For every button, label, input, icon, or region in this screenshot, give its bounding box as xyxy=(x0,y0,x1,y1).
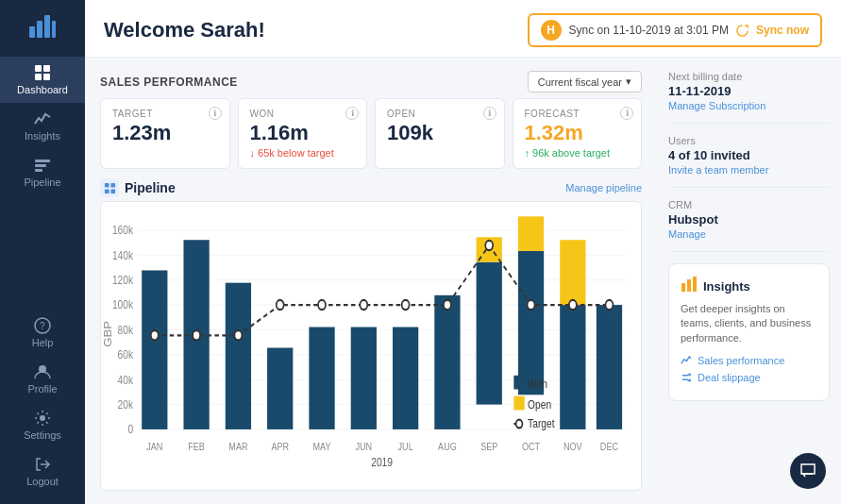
bar-dec-won xyxy=(597,305,622,429)
header: Welcome Sarah! H Sync on 11-10-2019 at 3… xyxy=(85,0,841,58)
insights-bar-icon xyxy=(681,276,698,296)
bar-may-won xyxy=(309,328,334,429)
bar-apr-won xyxy=(267,348,293,429)
svg-point-14 xyxy=(40,415,45,421)
legend-won-swatch xyxy=(513,376,524,390)
shuffle-icon xyxy=(681,372,692,383)
svg-text:0: 0 xyxy=(127,422,133,436)
target-dot xyxy=(277,300,284,310)
legend-won-label: Won xyxy=(528,377,547,391)
svg-text:GBP: GBP xyxy=(103,321,113,347)
crm-block: CRM Hubspot Manage xyxy=(668,199,830,240)
bar-jul-won xyxy=(393,328,418,429)
svg-text:?: ? xyxy=(40,321,45,331)
sales-performance-section: SALES PERFORMANCE Current fiscal year ▾ … xyxy=(100,71,642,169)
sidebar-item-dashboard[interactable]: Dashboard xyxy=(0,57,85,103)
svg-rect-2 xyxy=(44,15,50,38)
main-content: Welcome Sarah! H Sync on 11-10-2019 at 3… xyxy=(85,0,841,504)
sidebar-item-insights[interactable]: Insights xyxy=(0,103,85,149)
bar-oct-open xyxy=(518,216,544,251)
svg-rect-4 xyxy=(35,65,42,72)
refresh-icon xyxy=(736,25,748,37)
target-dot xyxy=(569,300,577,310)
legend-target-label: Target xyxy=(528,416,555,430)
pipeline-icon xyxy=(100,178,119,197)
info-icon[interactable]: ℹ xyxy=(209,107,222,120)
sidebar-bottom: ? Help Profile Settings Logout xyxy=(0,310,85,504)
svg-rect-5 xyxy=(43,65,50,72)
pipeline-header: Pipeline Manage pipeline xyxy=(100,178,642,197)
invite-team-member-link[interactable]: Invite a team member xyxy=(668,164,830,176)
app-logo xyxy=(24,9,61,43)
info-icon-won[interactable]: ℹ xyxy=(345,107,359,120)
metric-card-won: ℹ WON 1.16m ↓ 65k below target xyxy=(238,98,368,169)
svg-text:JAN: JAN xyxy=(146,441,162,452)
sidebar-item-logout[interactable]: Logout xyxy=(0,448,85,495)
bar-mar-won xyxy=(226,283,251,429)
target-dot xyxy=(360,300,367,310)
sync-text: Sync on 11-10-2019 at 3:01 PM xyxy=(569,24,729,37)
bar-jun-won xyxy=(351,328,377,429)
target-dot xyxy=(605,300,613,310)
metric-card-open: ℹ OPEN 109k xyxy=(375,98,505,169)
content-area: SALES PERFORMANCE Current fiscal year ▾ … xyxy=(85,58,841,504)
crm-manage-link[interactable]: Manage xyxy=(668,228,830,240)
svg-rect-0 xyxy=(29,26,35,38)
target-dot xyxy=(444,300,451,310)
svg-text:OCT: OCT xyxy=(522,441,541,452)
sync-now-button[interactable]: Sync now xyxy=(756,24,809,37)
metric-card-forecast: ℹ FORECAST 1.32m ↑ 96k above target xyxy=(513,98,643,169)
target-dot xyxy=(234,330,242,340)
svg-rect-15 xyxy=(104,182,109,187)
svg-text:FEB: FEB xyxy=(188,441,205,452)
sidebar-item-help[interactable]: ? Help xyxy=(0,310,85,356)
svg-text:100k: 100k xyxy=(112,297,133,311)
bar-jan-won xyxy=(142,270,167,428)
svg-rect-10 xyxy=(35,169,42,172)
sales-section-title: SALES PERFORMANCE xyxy=(100,76,238,89)
pipeline-section: Pipeline Manage pipeline 160k 140k 120k … xyxy=(100,178,642,491)
manage-pipeline-link[interactable]: Manage pipeline xyxy=(565,182,642,193)
target-dot xyxy=(193,330,200,340)
insights-sales-performance-link[interactable]: Sales performance xyxy=(681,355,817,366)
insights-card-header: Insights xyxy=(681,276,817,296)
svg-rect-1 xyxy=(37,21,42,38)
svg-text:120k: 120k xyxy=(112,273,133,287)
svg-text:JUL: JUL xyxy=(398,441,413,452)
legend-open-label: Open xyxy=(528,397,551,412)
bar-oct-won xyxy=(518,251,544,395)
bar-sep-won xyxy=(477,262,502,405)
svg-text:NOV: NOV xyxy=(563,441,582,452)
pipeline-title: Pipeline xyxy=(100,178,176,197)
pipeline-chart: 160k 140k 120k 100k 80k 60k 40k 20k 0 GB… xyxy=(100,201,642,491)
metric-cards: ℹ TARGET 1.23m ℹ WON 1.16m ↓ 65k below t… xyxy=(100,98,642,169)
divider-2 xyxy=(668,187,830,188)
chat-button[interactable] xyxy=(790,453,826,489)
sidebar-item-settings[interactable]: Settings xyxy=(0,402,85,448)
svg-text:APR: APR xyxy=(271,441,289,452)
page-title: Welcome Sarah! xyxy=(104,18,265,42)
svg-rect-17 xyxy=(104,189,109,193)
legend-open-swatch xyxy=(513,396,524,411)
bar-nov-won xyxy=(560,305,585,429)
svg-rect-53 xyxy=(693,277,697,292)
sidebar-item-pipeline[interactable]: Pipeline xyxy=(0,149,85,195)
divider-3 xyxy=(668,251,830,252)
svg-text:AUG: AUG xyxy=(438,441,457,452)
insights-deal-slippage-link[interactable]: Deal slippage xyxy=(681,372,817,383)
manage-subscription-link[interactable]: Manage Subscription xyxy=(668,100,830,111)
svg-text:JUN: JUN xyxy=(355,441,372,452)
svg-rect-16 xyxy=(110,182,115,187)
fiscal-year-dropdown[interactable]: Current fiscal year ▾ xyxy=(528,71,642,92)
bar-aug-won xyxy=(434,295,460,429)
svg-text:140k: 140k xyxy=(112,247,133,261)
metric-card-target: ℹ TARGET 1.23m xyxy=(100,98,230,169)
svg-text:160k: 160k xyxy=(112,223,133,237)
svg-rect-7 xyxy=(43,74,50,80)
sidebar-item-profile[interactable]: Profile xyxy=(0,356,85,402)
target-dot xyxy=(485,241,493,250)
info-icon-open[interactable]: ℹ xyxy=(483,107,496,120)
target-dot xyxy=(528,300,535,310)
info-icon-forecast[interactable]: ℹ xyxy=(620,107,633,120)
svg-text:MAY: MAY xyxy=(313,441,331,452)
